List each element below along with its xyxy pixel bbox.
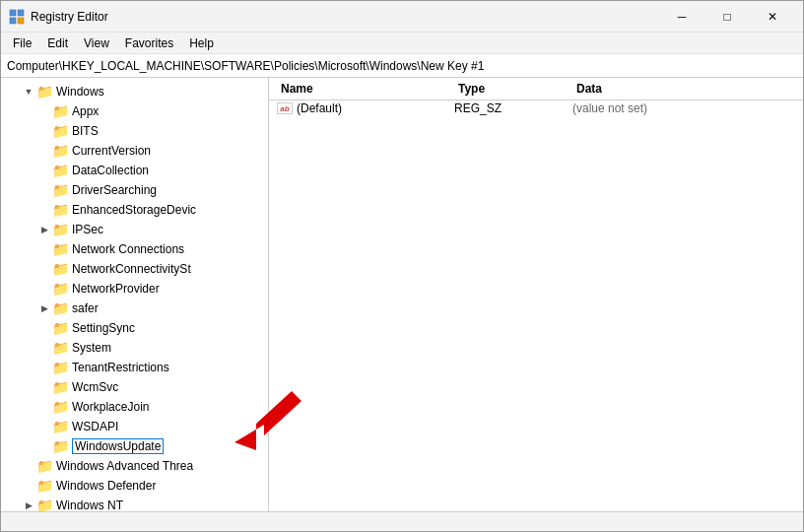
folder-icon-windowsdefender: 📁: [36, 478, 53, 494]
col-header-data: Data: [572, 80, 795, 98]
tree-node-networkconnections[interactable]: 📁 Network Connections: [1, 239, 268, 259]
node-label-driversearching: DriverSearching: [72, 183, 157, 197]
status-bar: [1, 511, 803, 531]
app-icon: [9, 9, 25, 25]
tree-pane[interactable]: ▼ 📁 Windows 📁 Appx 📁: [1, 78, 269, 511]
node-label-system: System: [72, 341, 111, 355]
minimize-button[interactable]: ─: [659, 1, 704, 33]
expander-ipsec[interactable]: ▶: [36, 222, 52, 237]
tree-node-datacollection[interactable]: 📁 DataCollection: [1, 161, 268, 180]
folder-icon-tenantrestrictions: 📁: [52, 360, 69, 375]
tree-node-enhancedstorage[interactable]: 📁 EnhancedStorageDevic: [1, 200, 268, 220]
tree-node-safer[interactable]: ▶ 📁 safer: [1, 299, 268, 318]
svg-rect-1: [18, 10, 24, 16]
tree-node-workplacejoin[interactable]: 📁 WorkplaceJoin: [1, 397, 268, 417]
folder-icon-wcmsvc: 📁: [52, 379, 69, 395]
registry-editor-window: Registry Editor ─ □ ✕ File Edit View Fav…: [0, 0, 804, 532]
folder-icon-datacollection: 📁: [52, 163, 69, 178]
tree-node-currentversion[interactable]: 📁 CurrentVersion: [1, 141, 268, 161]
node-label-currentversion: CurrentVersion: [72, 144, 151, 158]
menu-favorites[interactable]: Favorites: [117, 34, 181, 52]
menu-file[interactable]: File: [5, 34, 39, 52]
node-label-bits: BITS: [72, 124, 99, 138]
tree-node-wcmsvc[interactable]: 📁 WcmSvc: [1, 377, 268, 397]
folder-icon-workplacejoin: 📁: [52, 399, 69, 415]
folder-icon-networkconnectivitys: 📁: [52, 261, 69, 277]
detail-type-default: REG_SZ: [454, 101, 572, 115]
tree-node-system[interactable]: 📁 System: [1, 338, 268, 358]
tree-node-windowsdefender[interactable]: 📁 Windows Defender: [1, 476, 268, 496]
detail-row-default[interactable]: ab (Default) REG_SZ (value not set): [269, 100, 803, 116]
folder-icon-bits: 📁: [52, 123, 69, 139]
close-button[interactable]: ✕: [750, 1, 795, 33]
node-label-networkprovider: NetworkProvider: [72, 282, 160, 296]
tree-node-appx[interactable]: 📁 Appx: [1, 101, 268, 121]
window-controls: ─ □ ✕: [659, 1, 795, 33]
folder-icon-ipsec: 📁: [52, 222, 69, 237]
detail-pane: Name Type Data ab (Default) REG_SZ (valu…: [269, 78, 803, 511]
expander-windows[interactable]: ▼: [21, 84, 36, 100]
node-label-windowsdefender: Windows Defender: [56, 479, 156, 493]
ab-icon: ab: [277, 102, 293, 114]
folder-icon-networkconnections: 📁: [52, 241, 69, 257]
node-label-appx: Appx: [72, 104, 99, 118]
col-header-name: Name: [277, 80, 454, 98]
menu-help[interactable]: Help: [181, 34, 222, 52]
menu-bar: File Edit View Favorites Help: [1, 33, 803, 54]
tree-node-networkprovider[interactable]: 📁 NetworkProvider: [1, 279, 268, 299]
detail-name-default: ab (Default): [277, 101, 454, 115]
tree-node-tenantrestrictions[interactable]: 📁 TenantRestrictions: [1, 358, 268, 377]
col-header-type: Type: [454, 80, 572, 98]
node-label-windowsnt: Windows NT: [56, 499, 123, 511]
node-label-ipsec: IPSec: [72, 223, 103, 236]
detail-name-label: (Default): [297, 101, 342, 115]
node-label-windows: Windows: [56, 85, 104, 99]
tree-node-networkconnectivitys[interactable]: 📁 NetworkConnectivitySt: [1, 259, 268, 279]
folder-icon-windows: 📁: [36, 84, 53, 100]
tree-node-wsdapi[interactable]: 📁 WSDAPI: [1, 417, 268, 436]
node-label-windowsadvancedthrea: Windows Advanced Threa: [56, 459, 193, 473]
node-label-tenantrestrictions: TenantRestrictions: [72, 361, 169, 374]
tree-node-windowsupdate[interactable]: 📁 WindowsUpdate: [1, 436, 268, 456]
detail-data-default: (value not set): [572, 101, 795, 115]
svg-rect-3: [18, 18, 24, 24]
tree-node-windows[interactable]: ▼ 📁 Windows: [1, 82, 268, 101]
address-bar: Computer\HKEY_LOCAL_MACHINE\SOFTWARE\Pol…: [1, 54, 803, 78]
tree-node-driversearching[interactable]: 📁 DriverSearching: [1, 180, 268, 200]
node-label-workplacejoin: WorkplaceJoin: [72, 400, 149, 414]
node-label-networkconnections: Network Connections: [72, 242, 184, 256]
folder-icon-safer: 📁: [52, 300, 69, 316]
folder-icon-system: 📁: [52, 340, 69, 356]
tree-node-windowsadvancedthrea[interactable]: 📁 Windows Advanced Threa: [1, 456, 268, 476]
node-label-networkconnectivitys: NetworkConnectivitySt: [72, 262, 191, 276]
expander-windowsnt[interactable]: ▶: [21, 498, 36, 511]
tree-node-ipsec[interactable]: ▶ 📁 IPSec: [1, 220, 268, 239]
window-title: Registry Editor: [31, 10, 659, 24]
tree-pane-inner: ▼ 📁 Windows 📁 Appx 📁: [1, 82, 268, 511]
tree-node-windowsnt[interactable]: ▶ 📁 Windows NT: [1, 496, 268, 511]
folder-icon-windowsupdate: 📁: [52, 438, 69, 454]
node-label-wsdapi: WSDAPI: [72, 420, 118, 433]
folder-icon-windowsadvancedthrea: 📁: [36, 458, 53, 474]
maximize-button[interactable]: □: [704, 1, 750, 33]
tree-node-bits[interactable]: 📁 BITS: [1, 121, 268, 141]
expander-safer[interactable]: ▶: [36, 300, 52, 316]
menu-view[interactable]: View: [76, 34, 117, 52]
folder-icon-settingsync: 📁: [52, 320, 69, 336]
folder-icon-driversearching: 📁: [52, 182, 69, 198]
node-label-safer: safer: [72, 301, 99, 315]
node-label-datacollection: DataCollection: [72, 164, 149, 177]
folder-icon-networkprovider: 📁: [52, 281, 69, 297]
node-label-wcmsvc: WcmSvc: [72, 380, 118, 394]
address-path: Computer\HKEY_LOCAL_MACHINE\SOFTWARE\Pol…: [7, 59, 484, 73]
node-label-enhancedstorage: EnhancedStorageDevic: [72, 203, 196, 217]
folder-icon-wsdapi: 📁: [52, 419, 69, 434]
title-bar: Registry Editor ─ □ ✕: [1, 1, 803, 33]
menu-edit[interactable]: Edit: [39, 34, 76, 52]
folder-icon-currentversion: 📁: [52, 143, 69, 159]
folder-icon-enhancedstorage: 📁: [52, 202, 69, 218]
svg-rect-0: [10, 10, 16, 16]
node-label-settingsync: SettingSync: [72, 321, 135, 335]
tree-node-settingsync[interactable]: 📁 SettingSync: [1, 318, 268, 338]
node-label-windowsupdate[interactable]: WindowsUpdate: [72, 438, 164, 454]
